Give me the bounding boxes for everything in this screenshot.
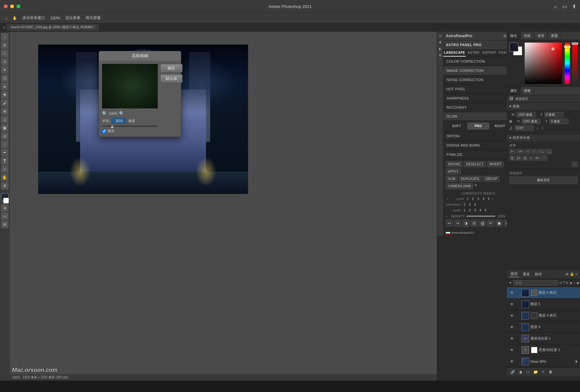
tab-astro[interactable]: ASTRO (466, 49, 482, 57)
paths-tab[interactable]: 路径 (534, 271, 543, 277)
align-right-btn[interactable]: ⊣ (525, 149, 530, 154)
tab-properties[interactable]: 属性 (507, 87, 521, 95)
color-spectrum[interactable] (525, 43, 562, 84)
layers-filter-input[interactable] (513, 280, 558, 285)
dist-bottom-btn[interactable]: ⋯ (541, 155, 547, 161)
lum-mid-4[interactable]: 4 (473, 202, 477, 207)
layer-row-2[interactable]: 👁 图层 5 (507, 299, 580, 310)
dodge-tool[interactable]: ○ (1, 141, 9, 148)
zoom-100[interactable]: 100% (48, 15, 63, 22)
menu-sharpness[interactable]: SHARPNESS › (443, 94, 513, 103)
lum-dark-1[interactable]: 1 (462, 208, 467, 213)
lasso-tool[interactable]: ⊙ (1, 58, 9, 65)
fill-screen[interactable]: 填充屏幕 (83, 14, 103, 22)
w-input[interactable] (516, 112, 535, 117)
magic-wand-tool[interactable]: ✦ (1, 66, 9, 74)
layer-eye-2[interactable]: 👁 (509, 302, 514, 307)
layers-filter-icon[interactable]: ⊞ (566, 272, 569, 276)
layer-eye-7[interactable]: 👁 (509, 359, 514, 364)
add-layer-link-btn[interactable]: 🔗 (509, 369, 516, 375)
tab-color[interactable]: 颜色 (507, 32, 521, 40)
add-mask-btn[interactable]: □ (525, 369, 531, 375)
layer-row-4[interactable]: 👁 图层 4 (507, 321, 580, 333)
vtool-1[interactable]: ⊡ (437, 33, 443, 39)
add-layer-btn[interactable]: + (540, 369, 546, 375)
align-hcenter-btn[interactable]: ⊣⊢ (516, 149, 524, 154)
zoom-in-icon[interactable]: 🔍 (119, 111, 124, 116)
density-prev[interactable]: ‹ (446, 214, 449, 218)
artboard-tool[interactable]: ⊞ (1, 41, 9, 49)
pen-tool[interactable]: ✒ (1, 149, 9, 156)
radius-input[interactable] (112, 118, 126, 124)
zoom-tool[interactable]: ⊕ (1, 182, 9, 189)
lum-light-next[interactable]: › (491, 197, 494, 201)
layer-eye-5[interactable]: 👁 (509, 336, 514, 341)
vtool-3[interactable]: ◐ (437, 46, 443, 52)
undo-icon[interactable]: ↩ (446, 220, 453, 227)
tab-pattern[interactable]: 图案 (548, 32, 562, 40)
quick-mask-icon[interactable]: ◑ (1, 204, 9, 212)
menu-finalize[interactable]: FINALIZE › (443, 150, 513, 159)
flip-h-icon[interactable]: ↔ (536, 126, 540, 130)
maximize-button[interactable] (17, 4, 20, 8)
invert-btn[interactable]: INVERT (487, 161, 504, 167)
filter-name-icon[interactable]: T (563, 281, 565, 285)
eyedropper-tool[interactable]: ⌀ (1, 83, 9, 90)
align-bottom-btn[interactable]: ⊥ (546, 149, 552, 154)
flip-v-icon[interactable]: ↕ (542, 126, 543, 130)
x-input[interactable] (544, 112, 563, 117)
mask-icon[interactable]: ◑ (462, 220, 469, 227)
screen-mode-icon[interactable]: ▭ (1, 212, 9, 220)
h-input[interactable] (521, 119, 541, 124)
dist-top-btn[interactable]: ≡ (528, 155, 533, 161)
clone-tool[interactable]: ⊕ (1, 107, 9, 115)
layer-row-1[interactable]: 👁 图层 5 拷贝 (507, 287, 580, 299)
gradient-tool[interactable]: ▣ (1, 124, 9, 132)
bg-color-swatch[interactable] (3, 198, 9, 203)
tab-swatches[interactable]: 色板 (521, 32, 534, 40)
align-vcenter-btn[interactable]: ⊤⊥ (537, 149, 546, 154)
layer-eye-3[interactable]: 👁 (509, 313, 514, 318)
lum-light-2[interactable]: 2 (471, 196, 475, 201)
fg-color-swatch[interactable] (509, 43, 518, 52)
close-button[interactable] (4, 4, 8, 8)
group-btn[interactable]: GROUP (483, 176, 500, 182)
tab-gradient[interactable]: 渐变 (534, 32, 548, 40)
search-icon[interactable]: ⌕ (554, 3, 557, 10)
sum-btn[interactable]: SUM (446, 176, 458, 182)
menu-noise-correction[interactable]: NOISE CORRECTION › (443, 75, 513, 85)
glow-soft[interactable]: SOFT (446, 123, 467, 129)
marquee-tool[interactable]: □ (1, 50, 9, 57)
glow-dropdown[interactable]: GLOW ▾ (443, 112, 513, 121)
text-tool[interactable]: T (1, 157, 9, 165)
tab-landscape[interactable]: LANDSCAPE (443, 49, 466, 57)
align-left-btn[interactable]: ⊢ (509, 149, 515, 154)
lum-light-4[interactable]: 4 (481, 196, 486, 201)
glow-pro[interactable]: PRO (467, 123, 489, 129)
menu-image-correction[interactable]: IMAGE CORRECTION › (443, 66, 513, 75)
brush-small-icon[interactable]: ✏ (487, 220, 494, 227)
preview-checkbox[interactable] (102, 129, 106, 133)
lum-light-prev[interactable]: ‹ (446, 197, 449, 201)
layer-row-7[interactable]: 👁 Glow 30% ◑ (507, 356, 580, 367)
vtool-4[interactable]: ⊞ (437, 52, 443, 58)
duplicate-btn[interactable]: DUPLICATE (459, 176, 482, 182)
lum-dark-3[interactable]: 3 (473, 208, 477, 213)
document-tab[interactable]: church-5573087_1920.jpg @ 100% (图层 5 拷贝,… (7, 24, 99, 31)
share-icon[interactable]: ⬆ (572, 3, 576, 10)
layers-lock-icon[interactable]: 🔒 (570, 272, 574, 276)
layer-row-3[interactable]: 👁 图层 4 拷贝 (507, 310, 580, 321)
slider-thumb[interactable] (110, 125, 114, 128)
layer-eye-1[interactable]: 👁 (509, 290, 514, 295)
tab-adjustments[interactable]: 调整 (521, 87, 534, 95)
scroll-all[interactable]: 滚动所有窗口 (20, 14, 48, 22)
tab-export[interactable]: EXPORT (481, 49, 497, 57)
extra-tools[interactable]: ⊞ (1, 221, 9, 228)
layers-expand-icon[interactable]: ≡ (576, 272, 577, 276)
refine-btn[interactable]: REFINE (446, 161, 462, 167)
dist-left-btn[interactable]: ||| (509, 155, 515, 161)
menu-orton[interactable]: ORTON › (443, 132, 513, 141)
filter-mode-icon[interactable]: ◑ (569, 281, 572, 285)
y-input[interactable] (549, 119, 569, 124)
transform-header[interactable]: ▾ 变换 (507, 103, 580, 110)
